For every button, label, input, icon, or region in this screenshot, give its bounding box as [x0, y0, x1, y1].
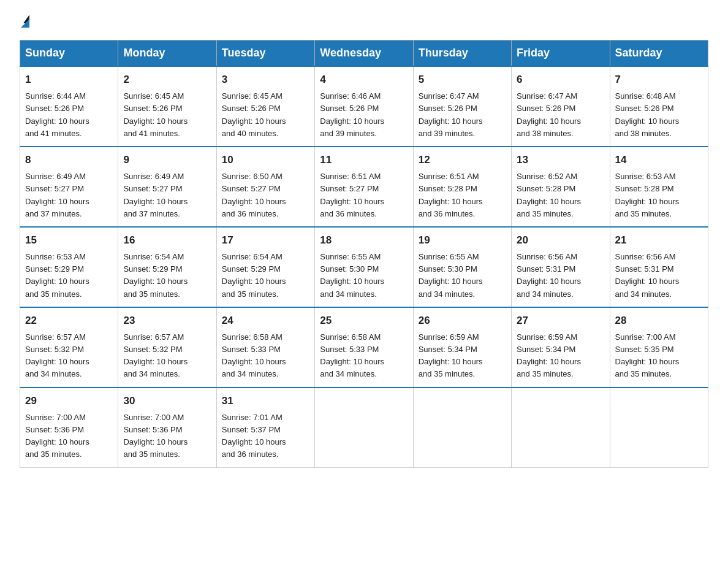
day-info: Sunrise: 6:55 AMSunset: 5:30 PMDaylight:… [320, 251, 408, 301]
calendar-cell: 2Sunrise: 6:45 AMSunset: 5:26 PMDaylight… [118, 66, 216, 147]
calendar-table: SundayMondayTuesdayWednesdayThursdayFrid… [20, 40, 708, 468]
day-info: Sunrise: 6:48 AMSunset: 5:26 PMDaylight:… [615, 90, 703, 140]
day-info: Sunrise: 6:55 AMSunset: 5:30 PMDaylight:… [419, 251, 506, 301]
day-number: 31 [222, 393, 309, 409]
day-number: 8 [25, 152, 113, 168]
header-wednesday: Wednesday [315, 40, 413, 67]
calendar-cell: 9Sunrise: 6:49 AMSunset: 5:27 PMDaylight… [118, 147, 216, 227]
calendar-cell: 14Sunrise: 6:53 AMSunset: 5:28 PMDayligh… [610, 147, 708, 227]
calendar-cell: 1Sunrise: 6:44 AMSunset: 5:26 PMDaylight… [20, 66, 118, 147]
day-info: Sunrise: 7:00 AMSunset: 5:36 PMDaylight:… [123, 412, 211, 461]
day-number: 21 [615, 232, 703, 248]
header-monday: Monday [118, 40, 216, 67]
week-row-5: 29Sunrise: 7:00 AMSunset: 5:36 PMDayligh… [20, 388, 708, 467]
calendar-cell: 20Sunrise: 6:56 AMSunset: 5:31 PMDayligh… [512, 227, 610, 307]
header-tuesday: Tuesday [216, 40, 314, 67]
calendar-cell: 13Sunrise: 6:52 AMSunset: 5:28 PMDayligh… [512, 147, 610, 227]
day-info: Sunrise: 6:46 AMSunset: 5:26 PMDaylight:… [320, 90, 408, 140]
day-info: Sunrise: 6:57 AMSunset: 5:32 PMDaylight:… [25, 331, 113, 381]
day-number: 15 [25, 232, 113, 248]
day-number: 3 [222, 72, 309, 88]
calendar-cell: 10Sunrise: 6:50 AMSunset: 5:27 PMDayligh… [216, 147, 314, 227]
calendar-cell [512, 388, 610, 467]
day-info: Sunrise: 6:47 AMSunset: 5:26 PMDaylight:… [419, 90, 506, 140]
day-number: 6 [517, 72, 604, 88]
day-info: Sunrise: 6:56 AMSunset: 5:31 PMDaylight:… [615, 251, 703, 301]
day-number: 11 [320, 152, 408, 168]
week-row-3: 15Sunrise: 6:53 AMSunset: 5:29 PMDayligh… [20, 227, 708, 307]
day-number: 14 [615, 152, 703, 168]
header-sunday: Sunday [20, 40, 118, 67]
day-number: 18 [320, 232, 408, 248]
calendar-cell [610, 388, 708, 467]
calendar-cell: 6Sunrise: 6:47 AMSunset: 5:26 PMDaylight… [512, 66, 610, 147]
day-number: 13 [517, 152, 604, 168]
day-info: Sunrise: 6:59 AMSunset: 5:34 PMDaylight:… [419, 331, 506, 381]
day-number: 16 [123, 232, 211, 248]
calendar-cell: 16Sunrise: 6:54 AMSunset: 5:29 PMDayligh… [118, 227, 216, 307]
day-number: 24 [222, 313, 309, 329]
day-number: 28 [615, 313, 703, 329]
calendar-cell: 28Sunrise: 7:00 AMSunset: 5:35 PMDayligh… [610, 307, 708, 388]
logo [20, 15, 29, 28]
day-number: 9 [123, 152, 211, 168]
day-info: Sunrise: 6:45 AMSunset: 5:26 PMDaylight:… [222, 90, 309, 140]
day-number: 4 [320, 72, 408, 88]
day-info: Sunrise: 6:54 AMSunset: 5:29 PMDaylight:… [123, 251, 211, 301]
calendar-cell: 19Sunrise: 6:55 AMSunset: 5:30 PMDayligh… [413, 227, 511, 307]
day-info: Sunrise: 6:56 AMSunset: 5:31 PMDaylight:… [517, 251, 604, 301]
calendar-cell: 23Sunrise: 6:57 AMSunset: 5:32 PMDayligh… [118, 307, 216, 388]
calendar-cell [413, 388, 511, 467]
day-info: Sunrise: 6:50 AMSunset: 5:27 PMDaylight:… [222, 170, 309, 220]
day-number: 22 [25, 313, 113, 329]
calendar-cell: 11Sunrise: 6:51 AMSunset: 5:27 PMDayligh… [315, 147, 413, 227]
page-header [20, 15, 708, 28]
day-info: Sunrise: 6:59 AMSunset: 5:34 PMDaylight:… [517, 331, 604, 381]
calendar-cell: 24Sunrise: 6:58 AMSunset: 5:33 PMDayligh… [216, 307, 314, 388]
day-number: 12 [419, 152, 506, 168]
day-number: 20 [517, 232, 604, 248]
day-info: Sunrise: 6:45 AMSunset: 5:26 PMDaylight:… [123, 90, 211, 140]
calendar-body: 1Sunrise: 6:44 AMSunset: 5:26 PMDaylight… [20, 66, 708, 467]
day-number: 30 [123, 393, 211, 409]
calendar-cell: 25Sunrise: 6:58 AMSunset: 5:33 PMDayligh… [315, 307, 413, 388]
calendar-cell: 26Sunrise: 6:59 AMSunset: 5:34 PMDayligh… [413, 307, 511, 388]
calendar-cell: 7Sunrise: 6:48 AMSunset: 5:26 PMDaylight… [610, 66, 708, 147]
day-info: Sunrise: 6:51 AMSunset: 5:27 PMDaylight:… [320, 170, 408, 220]
week-row-1: 1Sunrise: 6:44 AMSunset: 5:26 PMDaylight… [20, 66, 708, 147]
day-info: Sunrise: 6:44 AMSunset: 5:26 PMDaylight:… [25, 90, 113, 140]
day-number: 10 [222, 152, 309, 168]
day-number: 1 [25, 72, 113, 88]
day-info: Sunrise: 6:51 AMSunset: 5:28 PMDaylight:… [419, 170, 506, 220]
day-info: Sunrise: 6:53 AMSunset: 5:28 PMDaylight:… [615, 170, 703, 220]
day-number: 26 [419, 313, 506, 329]
day-number: 25 [320, 313, 408, 329]
day-number: 5 [419, 72, 506, 88]
calendar-cell [315, 388, 413, 467]
calendar-cell: 17Sunrise: 6:54 AMSunset: 5:29 PMDayligh… [216, 227, 314, 307]
header-thursday: Thursday [413, 40, 511, 67]
day-info: Sunrise: 6:57 AMSunset: 5:32 PMDaylight:… [123, 331, 211, 381]
calendar-cell: 18Sunrise: 6:55 AMSunset: 5:30 PMDayligh… [315, 227, 413, 307]
day-number: 7 [615, 72, 703, 88]
calendar-cell: 30Sunrise: 7:00 AMSunset: 5:36 PMDayligh… [118, 388, 216, 467]
calendar-cell: 15Sunrise: 6:53 AMSunset: 5:29 PMDayligh… [20, 227, 118, 307]
day-info: Sunrise: 6:49 AMSunset: 5:27 PMDaylight:… [25, 170, 113, 220]
day-info: Sunrise: 6:52 AMSunset: 5:28 PMDaylight:… [517, 170, 604, 220]
calendar-cell: 31Sunrise: 7:01 AMSunset: 5:37 PMDayligh… [216, 388, 314, 467]
day-number: 23 [123, 313, 211, 329]
calendar-cell: 3Sunrise: 6:45 AMSunset: 5:26 PMDaylight… [216, 66, 314, 147]
day-info: Sunrise: 6:58 AMSunset: 5:33 PMDaylight:… [222, 331, 309, 381]
calendar-cell: 8Sunrise: 6:49 AMSunset: 5:27 PMDaylight… [20, 147, 118, 227]
day-info: Sunrise: 6:58 AMSunset: 5:33 PMDaylight:… [320, 331, 408, 381]
day-info: Sunrise: 7:01 AMSunset: 5:37 PMDaylight:… [222, 412, 309, 461]
calendar-cell: 22Sunrise: 6:57 AMSunset: 5:32 PMDayligh… [20, 307, 118, 388]
day-info: Sunrise: 7:00 AMSunset: 5:36 PMDaylight:… [25, 412, 113, 461]
calendar-cell: 29Sunrise: 7:00 AMSunset: 5:36 PMDayligh… [20, 388, 118, 467]
week-row-4: 22Sunrise: 6:57 AMSunset: 5:32 PMDayligh… [20, 307, 708, 388]
header-row: SundayMondayTuesdayWednesdayThursdayFrid… [20, 40, 708, 67]
day-info: Sunrise: 7:00 AMSunset: 5:35 PMDaylight:… [615, 331, 703, 381]
calendar-header: SundayMondayTuesdayWednesdayThursdayFrid… [20, 40, 708, 67]
calendar-cell: 12Sunrise: 6:51 AMSunset: 5:28 PMDayligh… [413, 147, 511, 227]
day-number: 29 [25, 393, 113, 409]
